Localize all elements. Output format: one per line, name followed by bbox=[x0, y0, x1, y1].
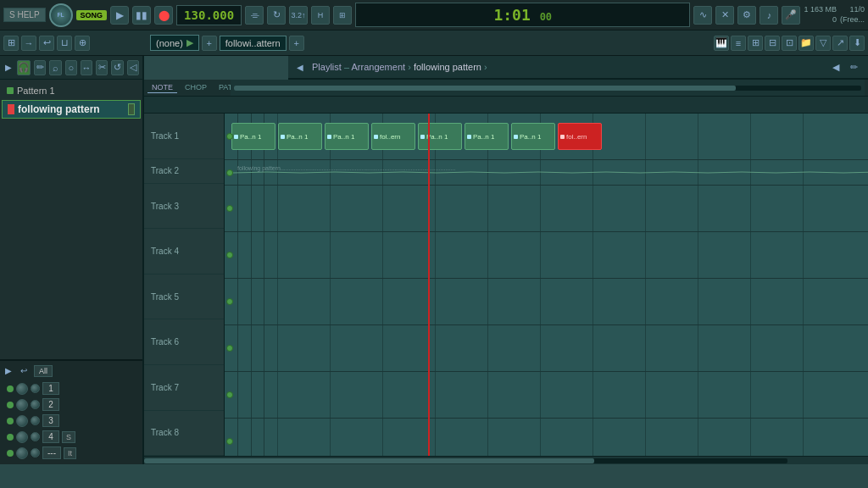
pattern-block-3[interactable]: Pa..n 1 bbox=[325, 123, 369, 150]
piano-icon[interactable]: 🎹 bbox=[714, 36, 729, 51]
knob-1b[interactable] bbox=[31, 384, 40, 393]
mute2-icon[interactable]: ○ bbox=[65, 60, 77, 75]
track-2-content[interactable]: following pattern.......................… bbox=[225, 160, 868, 186]
channel-num-5[interactable]: --- bbox=[42, 446, 61, 459]
track-3-content[interactable] bbox=[225, 186, 868, 232]
wave-icon[interactable]: ∿ bbox=[693, 6, 712, 25]
plugin-icon[interactable]: ⊡ bbox=[782, 36, 797, 51]
volume-icon[interactable]: ◁ bbox=[127, 60, 139, 75]
track-6-content[interactable] bbox=[225, 325, 868, 372]
track-7-content[interactable] bbox=[225, 372, 868, 419]
s-button[interactable]: S bbox=[62, 431, 75, 443]
pattern-block-6[interactable]: Pa..n 1 bbox=[465, 123, 509, 150]
help-button[interactable]: S HELP bbox=[3, 8, 46, 22]
tab-note[interactable]: NOTE bbox=[147, 82, 177, 93]
track-7-dot[interactable] bbox=[226, 391, 233, 398]
led-1[interactable] bbox=[7, 385, 14, 392]
midi-icon[interactable]: ♪ bbox=[760, 6, 778, 25]
headphone-icon[interactable]: 🎧 bbox=[17, 60, 31, 75]
lasso-icon[interactable]: ⌕ bbox=[49, 60, 61, 75]
track-5-content[interactable] bbox=[225, 279, 868, 325]
h-scrollbar-thumb[interactable] bbox=[144, 458, 594, 463]
add-pattern-icon[interactable]: + bbox=[202, 36, 217, 51]
tab-chop[interactable]: CHOP bbox=[181, 82, 211, 93]
pattern-item[interactable]: Pattern 1 bbox=[2, 83, 141, 98]
playlist-collapse-icon[interactable]: ◀ bbox=[295, 61, 305, 74]
pattern-block-2[interactable]: Pa..n 1 bbox=[278, 123, 322, 150]
stamp-icon[interactable]: ⊕ bbox=[75, 36, 90, 51]
timeline-scrollbar-thumb[interactable] bbox=[234, 86, 736, 91]
tempo-icon[interactable]: ↗ bbox=[832, 36, 848, 51]
track-4-content[interactable] bbox=[225, 232, 868, 279]
add-following-icon[interactable]: + bbox=[289, 36, 304, 51]
track-5-dot[interactable] bbox=[226, 298, 233, 305]
track-2-dot[interactable] bbox=[226, 169, 233, 176]
tracks-content[interactable]: Pa..n 1 Pa..n 1 Pa..n 1 fol..ern Pa..n 1… bbox=[225, 114, 868, 456]
knob-2a[interactable] bbox=[16, 399, 28, 411]
track-4-dot[interactable] bbox=[226, 252, 233, 258]
channel-num-2[interactable]: 2 bbox=[42, 398, 59, 411]
play-button[interactable]: ▶ bbox=[110, 6, 129, 25]
arrow-right-icon[interactable]: → bbox=[21, 36, 36, 51]
song-mode-badge[interactable]: SONG bbox=[76, 10, 108, 20]
track-1-dot[interactable] bbox=[226, 133, 233, 140]
track-1-content[interactable]: Pa..n 1 Pa..n 1 Pa..n 1 fol..ern Pa..n 1… bbox=[225, 114, 868, 160]
it-button[interactable]: It bbox=[64, 447, 76, 459]
step-icon[interactable]: ⌯ bbox=[245, 6, 264, 25]
mute-icon[interactable]: ✕ bbox=[715, 6, 734, 25]
track-6-dot[interactable] bbox=[226, 345, 233, 352]
pattern-block-7[interactable]: Pa..n 1 bbox=[511, 123, 555, 150]
knob-5b[interactable] bbox=[31, 448, 40, 458]
led-3[interactable] bbox=[7, 418, 14, 424]
track-8-content[interactable] bbox=[225, 419, 868, 456]
following-pattern-item[interactable]: following pattern bbox=[2, 100, 141, 119]
stop-button[interactable]: ▮▮ bbox=[132, 6, 151, 25]
curve-icon[interactable]: ↩ bbox=[39, 36, 54, 51]
knob-3b[interactable] bbox=[31, 416, 40, 425]
record-button[interactable]: ⬤ bbox=[154, 6, 173, 25]
loop-icon[interactable]: ↻ bbox=[267, 6, 286, 25]
knob-4a[interactable] bbox=[16, 431, 28, 443]
channel-rack-icon[interactable]: ⊞ bbox=[3, 36, 19, 51]
channel-num-3[interactable]: 3 bbox=[42, 414, 59, 427]
mixer-back-icon[interactable]: ↩ bbox=[19, 364, 29, 377]
pattern-block-5[interactable]: Pa..n 1 bbox=[418, 123, 462, 150]
settings-icon[interactable]: ⚙ bbox=[737, 6, 756, 25]
led-2[interactable] bbox=[7, 402, 14, 408]
knob-5a[interactable] bbox=[16, 447, 28, 459]
slice-icon[interactable]: ✂ bbox=[96, 60, 108, 75]
mixer2-icon[interactable]: ⊟ bbox=[765, 36, 780, 51]
h-scrollbar[interactable] bbox=[144, 456, 868, 464]
in-icon[interactable]: 3.2↑ bbox=[289, 6, 308, 25]
out-icon[interactable]: H bbox=[311, 6, 330, 25]
none-selector[interactable]: (none) ▶ bbox=[150, 35, 199, 51]
eq-icon[interactable]: ≡ bbox=[731, 36, 746, 51]
knob-4b[interactable] bbox=[31, 432, 40, 441]
channel-num-4[interactable]: 4 bbox=[42, 430, 59, 443]
all-button[interactable]: All bbox=[34, 365, 53, 377]
following-resize-handle[interactable] bbox=[128, 103, 135, 115]
pattern-block-8-red[interactable]: fol..ern bbox=[558, 123, 602, 150]
pencil-icon[interactable]: ✏ bbox=[34, 60, 46, 75]
repeat-icon[interactable]: ↺ bbox=[111, 60, 123, 75]
track-3-dot[interactable] bbox=[226, 205, 233, 212]
snap-icon[interactable]: ⊞ bbox=[333, 6, 352, 25]
nav-right-icon[interactable]: ✏ bbox=[846, 59, 861, 75]
collapse-left-icon[interactable]: ▶ bbox=[3, 61, 14, 74]
nav-left-icon[interactable]: ◀ bbox=[828, 59, 843, 75]
bpm-display[interactable]: 130.000 bbox=[176, 5, 242, 25]
led-4[interactable] bbox=[7, 434, 14, 441]
pattern-block-4[interactable]: fol..ern bbox=[371, 123, 415, 150]
link-icon[interactable]: ⊔ bbox=[57, 36, 72, 51]
mic-icon[interactable]: 🎤 bbox=[782, 6, 800, 25]
knob-1a[interactable] bbox=[16, 383, 28, 395]
grid-icon[interactable]: ⊞ bbox=[748, 36, 763, 51]
filter-icon[interactable]: ▽ bbox=[815, 36, 831, 51]
channel-num-1[interactable]: 1 bbox=[42, 382, 59, 395]
pattern-block-1[interactable]: Pa..n 1 bbox=[231, 123, 275, 150]
browser-icon[interactable]: 📁 bbox=[798, 36, 814, 51]
knob-2b[interactable] bbox=[31, 400, 40, 409]
following-pattern-selector[interactable]: followi..attern bbox=[220, 36, 287, 51]
knob-3a[interactable] bbox=[16, 415, 28, 427]
export-icon[interactable]: ⬇ bbox=[849, 36, 865, 51]
